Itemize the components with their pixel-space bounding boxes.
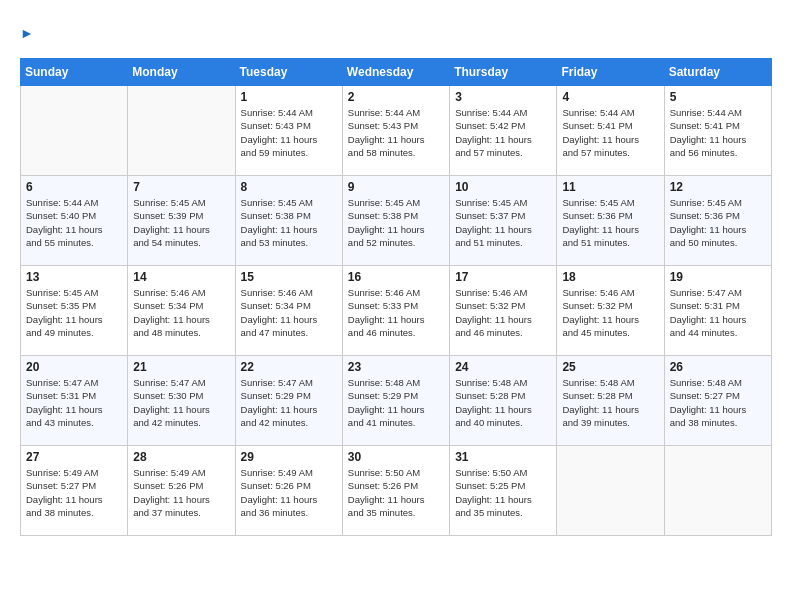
day-number: 5 [670, 90, 766, 104]
calendar-cell: 19Sunrise: 5:47 AM Sunset: 5:31 PM Dayli… [664, 266, 771, 356]
calendar-cell: 30Sunrise: 5:50 AM Sunset: 5:26 PM Dayli… [342, 446, 449, 536]
day-number: 2 [348, 90, 444, 104]
calendar-cell: 7Sunrise: 5:45 AM Sunset: 5:39 PM Daylig… [128, 176, 235, 266]
day-info: Sunrise: 5:45 AM Sunset: 5:36 PM Dayligh… [562, 196, 658, 249]
calendar-cell: 10Sunrise: 5:45 AM Sunset: 5:37 PM Dayli… [450, 176, 557, 266]
day-info: Sunrise: 5:48 AM Sunset: 5:27 PM Dayligh… [670, 376, 766, 429]
calendar-cell: 23Sunrise: 5:48 AM Sunset: 5:29 PM Dayli… [342, 356, 449, 446]
day-info: Sunrise: 5:45 AM Sunset: 5:38 PM Dayligh… [241, 196, 337, 249]
day-info: Sunrise: 5:50 AM Sunset: 5:25 PM Dayligh… [455, 466, 551, 519]
calendar-cell: 11Sunrise: 5:45 AM Sunset: 5:36 PM Dayli… [557, 176, 664, 266]
day-info: Sunrise: 5:45 AM Sunset: 5:36 PM Dayligh… [670, 196, 766, 249]
calendar-week-4: 20Sunrise: 5:47 AM Sunset: 5:31 PM Dayli… [21, 356, 772, 446]
day-number: 22 [241, 360, 337, 374]
calendar-table: SundayMondayTuesdayWednesdayThursdayFrid… [20, 58, 772, 536]
day-info: Sunrise: 5:47 AM Sunset: 5:31 PM Dayligh… [670, 286, 766, 339]
day-info: Sunrise: 5:45 AM Sunset: 5:39 PM Dayligh… [133, 196, 229, 249]
calendar-cell: 6Sunrise: 5:44 AM Sunset: 5:40 PM Daylig… [21, 176, 128, 266]
day-number: 15 [241, 270, 337, 284]
calendar-cell: 17Sunrise: 5:46 AM Sunset: 5:32 PM Dayli… [450, 266, 557, 356]
calendar-col-monday: Monday [128, 59, 235, 86]
day-info: Sunrise: 5:44 AM Sunset: 5:41 PM Dayligh… [670, 106, 766, 159]
calendar-cell: 22Sunrise: 5:47 AM Sunset: 5:29 PM Dayli… [235, 356, 342, 446]
day-number: 21 [133, 360, 229, 374]
calendar-cell: 31Sunrise: 5:50 AM Sunset: 5:25 PM Dayli… [450, 446, 557, 536]
calendar-cell [664, 446, 771, 536]
calendar-cell: 29Sunrise: 5:49 AM Sunset: 5:26 PM Dayli… [235, 446, 342, 536]
calendar-cell: 27Sunrise: 5:49 AM Sunset: 5:27 PM Dayli… [21, 446, 128, 536]
day-number: 12 [670, 180, 766, 194]
day-number: 16 [348, 270, 444, 284]
calendar-cell: 28Sunrise: 5:49 AM Sunset: 5:26 PM Dayli… [128, 446, 235, 536]
calendar-week-5: 27Sunrise: 5:49 AM Sunset: 5:27 PM Dayli… [21, 446, 772, 536]
calendar-cell [128, 86, 235, 176]
day-info: Sunrise: 5:44 AM Sunset: 5:42 PM Dayligh… [455, 106, 551, 159]
day-info: Sunrise: 5:47 AM Sunset: 5:30 PM Dayligh… [133, 376, 229, 429]
day-number: 27 [26, 450, 122, 464]
calendar-col-tuesday: Tuesday [235, 59, 342, 86]
calendar-cell: 4Sunrise: 5:44 AM Sunset: 5:41 PM Daylig… [557, 86, 664, 176]
calendar-cell: 18Sunrise: 5:46 AM Sunset: 5:32 PM Dayli… [557, 266, 664, 356]
calendar-cell: 16Sunrise: 5:46 AM Sunset: 5:33 PM Dayli… [342, 266, 449, 356]
calendar-week-2: 6Sunrise: 5:44 AM Sunset: 5:40 PM Daylig… [21, 176, 772, 266]
calendar-cell: 2Sunrise: 5:44 AM Sunset: 5:43 PM Daylig… [342, 86, 449, 176]
day-info: Sunrise: 5:46 AM Sunset: 5:32 PM Dayligh… [455, 286, 551, 339]
day-number: 11 [562, 180, 658, 194]
calendar-cell: 3Sunrise: 5:44 AM Sunset: 5:42 PM Daylig… [450, 86, 557, 176]
day-info: Sunrise: 5:49 AM Sunset: 5:26 PM Dayligh… [241, 466, 337, 519]
day-number: 23 [348, 360, 444, 374]
day-info: Sunrise: 5:47 AM Sunset: 5:29 PM Dayligh… [241, 376, 337, 429]
logo-bird-icon: ► [20, 25, 34, 41]
day-info: Sunrise: 5:44 AM Sunset: 5:41 PM Dayligh… [562, 106, 658, 159]
day-info: Sunrise: 5:48 AM Sunset: 5:28 PM Dayligh… [562, 376, 658, 429]
day-number: 6 [26, 180, 122, 194]
calendar-cell: 13Sunrise: 5:45 AM Sunset: 5:35 PM Dayli… [21, 266, 128, 356]
day-number: 18 [562, 270, 658, 284]
day-number: 26 [670, 360, 766, 374]
day-info: Sunrise: 5:50 AM Sunset: 5:26 PM Dayligh… [348, 466, 444, 519]
day-number: 17 [455, 270, 551, 284]
day-number: 31 [455, 450, 551, 464]
day-number: 3 [455, 90, 551, 104]
calendar-cell [557, 446, 664, 536]
calendar-cell: 15Sunrise: 5:46 AM Sunset: 5:34 PM Dayli… [235, 266, 342, 356]
calendar-cell: 1Sunrise: 5:44 AM Sunset: 5:43 PM Daylig… [235, 86, 342, 176]
day-info: Sunrise: 5:47 AM Sunset: 5:31 PM Dayligh… [26, 376, 122, 429]
calendar-header-row: SundayMondayTuesdayWednesdayThursdayFrid… [21, 59, 772, 86]
day-info: Sunrise: 5:45 AM Sunset: 5:37 PM Dayligh… [455, 196, 551, 249]
day-number: 4 [562, 90, 658, 104]
day-number: 8 [241, 180, 337, 194]
calendar-cell: 21Sunrise: 5:47 AM Sunset: 5:30 PM Dayli… [128, 356, 235, 446]
day-info: Sunrise: 5:44 AM Sunset: 5:43 PM Dayligh… [241, 106, 337, 159]
day-info: Sunrise: 5:49 AM Sunset: 5:26 PM Dayligh… [133, 466, 229, 519]
calendar-week-3: 13Sunrise: 5:45 AM Sunset: 5:35 PM Dayli… [21, 266, 772, 356]
calendar-col-wednesday: Wednesday [342, 59, 449, 86]
calendar-cell: 20Sunrise: 5:47 AM Sunset: 5:31 PM Dayli… [21, 356, 128, 446]
day-info: Sunrise: 5:46 AM Sunset: 5:32 PM Dayligh… [562, 286, 658, 339]
calendar-col-friday: Friday [557, 59, 664, 86]
day-info: Sunrise: 5:46 AM Sunset: 5:33 PM Dayligh… [348, 286, 444, 339]
calendar-cell: 12Sunrise: 5:45 AM Sunset: 5:36 PM Dayli… [664, 176, 771, 266]
calendar-col-sunday: Sunday [21, 59, 128, 86]
day-number: 29 [241, 450, 337, 464]
day-info: Sunrise: 5:44 AM Sunset: 5:43 PM Dayligh… [348, 106, 444, 159]
calendar-cell: 8Sunrise: 5:45 AM Sunset: 5:38 PM Daylig… [235, 176, 342, 266]
day-number: 20 [26, 360, 122, 374]
day-info: Sunrise: 5:45 AM Sunset: 5:35 PM Dayligh… [26, 286, 122, 339]
calendar-cell: 24Sunrise: 5:48 AM Sunset: 5:28 PM Dayli… [450, 356, 557, 446]
calendar-cell: 14Sunrise: 5:46 AM Sunset: 5:34 PM Dayli… [128, 266, 235, 356]
day-info: Sunrise: 5:45 AM Sunset: 5:38 PM Dayligh… [348, 196, 444, 249]
calendar-col-saturday: Saturday [664, 59, 771, 86]
day-info: Sunrise: 5:48 AM Sunset: 5:28 PM Dayligh… [455, 376, 551, 429]
calendar-cell [21, 86, 128, 176]
day-number: 1 [241, 90, 337, 104]
calendar-cell: 26Sunrise: 5:48 AM Sunset: 5:27 PM Dayli… [664, 356, 771, 446]
day-info: Sunrise: 5:46 AM Sunset: 5:34 PM Dayligh… [241, 286, 337, 339]
day-number: 9 [348, 180, 444, 194]
calendar-cell: 25Sunrise: 5:48 AM Sunset: 5:28 PM Dayli… [557, 356, 664, 446]
calendar-cell: 9Sunrise: 5:45 AM Sunset: 5:38 PM Daylig… [342, 176, 449, 266]
day-info: Sunrise: 5:49 AM Sunset: 5:27 PM Dayligh… [26, 466, 122, 519]
calendar-cell: 5Sunrise: 5:44 AM Sunset: 5:41 PM Daylig… [664, 86, 771, 176]
calendar-week-1: 1Sunrise: 5:44 AM Sunset: 5:43 PM Daylig… [21, 86, 772, 176]
day-number: 24 [455, 360, 551, 374]
